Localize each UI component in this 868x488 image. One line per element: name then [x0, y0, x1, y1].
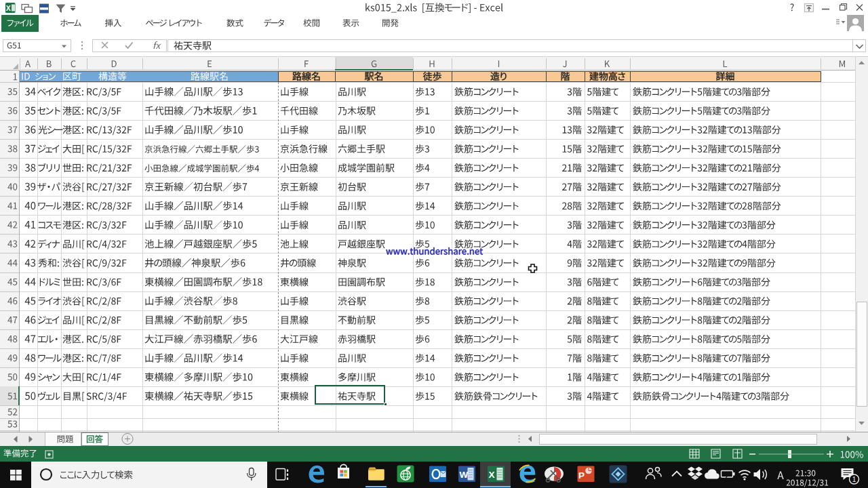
svg-text:X: X	[489, 470, 495, 480]
svg-text:X: X	[6, 4, 11, 12]
svg-text:P: P	[578, 470, 585, 481]
svg-text:1: 1	[852, 476, 856, 483]
svg-text:W: W	[460, 470, 469, 480]
